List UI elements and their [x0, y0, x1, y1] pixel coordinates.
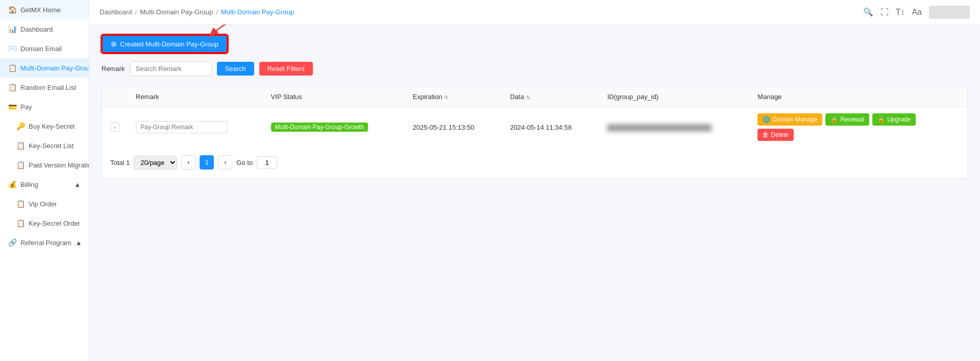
sidebar-item-label: Dashboard	[20, 26, 53, 33]
plus-icon: ⊕	[111, 40, 117, 48]
col-data[interactable]: Data ⇅	[502, 87, 599, 107]
avatar	[929, 6, 970, 19]
random-email-icon: 📋	[8, 83, 16, 91]
header-icons: 🔍 ⛶ T↕ Aa	[863, 6, 970, 19]
pay-icon: 💳	[8, 103, 16, 111]
create-button-label: Created Multi-Domain Pay-Group	[120, 40, 218, 48]
expand-cell: ›	[102, 107, 128, 148]
filter-bar: Remark Search Reset Filters	[102, 61, 968, 76]
sidebar-section-billing[interactable]: 💰 Billing ▲	[0, 175, 89, 194]
sidebar-item-label: Paid Version Migration	[29, 161, 89, 169]
page-1-button[interactable]: 1	[200, 155, 214, 170]
col-remark: Remark	[128, 87, 263, 107]
vip-status-badge: Multi-Domain Pay-Group-Growth	[271, 123, 369, 132]
upgrade-button[interactable]: 🔒 Upgrade	[872, 113, 916, 126]
breadcrumb-item-current: Multi-Domain Pay-Group	[221, 8, 294, 16]
table-row: › Multi-Domain Pay-Group-Growth 2025-05-…	[102, 107, 967, 148]
sidebar-item-label: Key-Secret Order	[29, 220, 80, 227]
expand-icon[interactable]: ⛶	[880, 8, 889, 17]
sidebar-item-label: Referral Program	[20, 239, 71, 247]
renewal-button[interactable]: 🔒 Renewal	[825, 113, 869, 126]
remark-field[interactable]	[136, 121, 228, 133]
reset-filters-button[interactable]: Reset Filters	[259, 62, 313, 76]
referral-icon: 🔗	[8, 238, 16, 247]
sidebar-item-random-email[interactable]: 📋 Random Email List	[0, 78, 89, 97]
sort-expiration-icon: ⇅	[444, 94, 448, 100]
expand-row-button[interactable]: ›	[110, 123, 119, 132]
pagination: Total 1 10/page20/page50/page ‹ 1 › Go t…	[102, 147, 967, 178]
domain-icon: 🌐	[763, 116, 770, 123]
col-id: ID(group_pay_id)	[599, 87, 750, 107]
sort-data-icon: ⇅	[526, 94, 530, 100]
renewal-icon: 🔒	[830, 116, 838, 123]
list-icon: 📋	[8, 64, 16, 72]
vip-status-cell: Multi-Domain Pay-Group-Growth	[263, 107, 405, 148]
expiration-cell: 2025-05-21 15:13:50	[405, 107, 502, 148]
header: Dashboard / Multi-Domain Pay-Group / Mul…	[89, 0, 980, 25]
upgrade-icon: 🔒	[877, 116, 885, 123]
sidebar-item-label: Multi-Domain Pay-Group	[20, 64, 89, 72]
sidebar-item-pay[interactable]: 💳 Pay	[0, 97, 89, 116]
home-icon: 🏠	[8, 6, 16, 14]
action-row-bottom: 🗑 Delete	[757, 129, 959, 141]
domain-manage-button[interactable]: 🌐 Domain Manage	[757, 113, 822, 126]
sidebar-item-key-secret-order[interactable]: 📋 Key-Secret Order	[0, 213, 89, 233]
create-button-area: ⊕ Created Multi-Domain Pay-Group	[102, 35, 968, 53]
sidebar-item-label: Random Email List	[20, 84, 76, 91]
sidebar-item-domain-email[interactable]: ✉️ Domain Email	[0, 39, 89, 58]
chevron-down-icon: ▲	[74, 181, 81, 188]
action-buttons: 🌐 Domain Manage 🔒 Renewal 🔒	[757, 113, 959, 141]
table-header-row: Remark VIP Status Expiration ⇅ Data ⇅	[102, 87, 967, 107]
data-cell: 2024-05-14 11:34:58	[502, 107, 599, 148]
breadcrumb-sep-1: /	[135, 8, 137, 16]
col-expiration[interactable]: Expiration ⇅	[405, 87, 502, 107]
sidebar-item-label: GetMX Home	[20, 6, 61, 14]
delete-icon: 🗑	[763, 131, 769, 138]
email-icon: ✉️	[8, 44, 16, 53]
breadcrumb-sep-2: /	[216, 8, 218, 16]
key-icon: 🔑	[16, 122, 24, 130]
translate-icon[interactable]: Aa	[912, 8, 922, 17]
breadcrumb-item-multi-domain[interactable]: Multi-Domain Pay-Group	[140, 8, 213, 16]
sidebar-item-buy-key-secret[interactable]: 🔑 Buy Key-Secret	[0, 116, 89, 136]
manage-cell: 🌐 Domain Manage 🔒 Renewal 🔒	[749, 107, 967, 148]
text-size-icon[interactable]: T↕	[896, 8, 905, 17]
col-vip-status: VIP Status	[263, 87, 405, 107]
id-cell: ████████████████████████	[599, 107, 750, 148]
sidebar-item-label: Billing	[20, 181, 38, 188]
next-page-button[interactable]: ›	[218, 155, 232, 170]
sidebar-item-vip-order[interactable]: 📋 Vip Order	[0, 194, 89, 213]
data-table: Remark VIP Status Expiration ⇅ Data ⇅	[102, 87, 967, 147]
breadcrumb: Dashboard / Multi-Domain Pay-Group / Mul…	[100, 8, 294, 16]
goto-input[interactable]	[257, 156, 277, 169]
migration-icon: 📋	[16, 161, 24, 169]
create-multi-domain-button[interactable]: ⊕ Created Multi-Domain Pay-Group	[102, 35, 228, 53]
search-icon[interactable]: 🔍	[863, 7, 873, 17]
sidebar-item-label: Key-Secret List	[29, 142, 74, 150]
main-area: Dashboard / Multi-Domain Pay-Group / Mul…	[89, 0, 980, 361]
dashboard-icon: 📊	[8, 25, 16, 33]
sidebar-item-label: Vip Order	[29, 200, 57, 208]
goto-label: Go to	[236, 159, 253, 166]
delete-button[interactable]: 🗑 Delete	[757, 129, 794, 141]
remark-label: Remark	[102, 65, 125, 73]
sidebar-item-paid-version-migration[interactable]: 📋 Paid Version Migration	[0, 155, 89, 175]
sidebar-item-key-secret-list[interactable]: 📋 Key-Secret List	[0, 136, 89, 155]
sidebar-section-referral[interactable]: 🔗 Referral Program ▲	[0, 233, 89, 252]
data-table-wrapper: Remark VIP Status Expiration ⇅ Data ⇅	[102, 86, 968, 178]
chevron-up-icon: ▲	[76, 239, 82, 247]
sidebar: 🏠 GetMX Home 📊 Dashboard ✉️ Domain Email…	[0, 0, 89, 361]
sidebar-item-label: Pay	[20, 103, 32, 111]
group-pay-id: ████████████████████████	[607, 124, 712, 131]
page-size-select[interactable]: 10/page20/page50/page	[134, 156, 177, 170]
total-count: Total 1	[110, 159, 130, 166]
prev-page-button[interactable]: ‹	[181, 155, 195, 170]
sidebar-item-multi-domain[interactable]: 📋 Multi-Domain Pay-Group	[0, 58, 89, 78]
sidebar-item-dashboard[interactable]: 📊 Dashboard	[0, 19, 89, 39]
sidebar-item-label: Domain Email	[20, 45, 62, 53]
search-button[interactable]: Search	[217, 62, 254, 76]
search-remark-input[interactable]	[130, 61, 212, 76]
key-order-icon: 📋	[16, 219, 24, 227]
sidebar-item-getmx-home[interactable]: 🏠 GetMX Home	[0, 0, 89, 19]
breadcrumb-item-dashboard[interactable]: Dashboard	[100, 8, 132, 16]
